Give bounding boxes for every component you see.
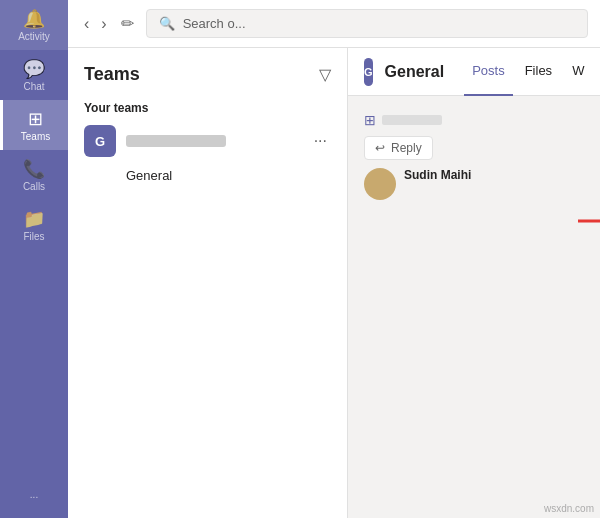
sidebar-item-more[interactable]: ... [0, 479, 68, 508]
top-bar: ‹ › ✏ 🔍 Search o... [68, 0, 600, 48]
teams-panel-title: Teams [84, 64, 140, 85]
your-teams-label: Your teams [68, 93, 347, 119]
message-content: Sudin Maihi [404, 168, 471, 182]
reply-button[interactable]: ↩ Reply [364, 136, 433, 160]
team-list-item[interactable]: G ··· [68, 119, 347, 163]
tab-posts[interactable]: Posts [464, 48, 513, 96]
sidebar-item-teams[interactable]: ⊞ Teams [0, 100, 68, 150]
sidebar-label-activity: Activity [18, 31, 50, 42]
sidebar-item-calls[interactable]: 📞 Calls [0, 150, 68, 200]
message-avatar [364, 168, 396, 200]
sidebar-more-label: ... [30, 489, 38, 500]
channel-avatar: G [364, 58, 373, 86]
message-row: Sudin Maihi [364, 168, 584, 200]
channel-mention-icon: ⊞ [364, 112, 376, 128]
channel-header: G General Posts Files W [348, 48, 600, 96]
teams-panel: Teams ▽ Your teams G ··· General [68, 48, 348, 518]
sidebar-label-files: Files [23, 231, 44, 242]
main-area: ‹ › ✏ 🔍 Search o... Teams ▽ Your teams G… [68, 0, 600, 518]
channel-title: General [385, 63, 445, 81]
team-avatar: G [84, 125, 116, 157]
chat-snippet: ⊞ ↩ Reply Sudin Maihi [348, 96, 600, 216]
team-channel-label: General [126, 168, 172, 183]
team-more-button[interactable]: ··· [310, 128, 331, 154]
search-placeholder: Search o... [183, 16, 246, 31]
search-box[interactable]: 🔍 Search o... [146, 9, 588, 38]
compose-icon[interactable]: ✏ [121, 14, 134, 33]
back-button[interactable]: ‹ [80, 11, 93, 37]
files-icon: 📁 [23, 210, 45, 228]
sidebar-label-teams: Teams [21, 131, 50, 142]
calls-icon: 📞 [23, 160, 45, 178]
teams-header: Teams ▽ [68, 48, 347, 93]
sidebar-item-chat[interactable]: 💬 Chat [0, 50, 68, 100]
sidebar-label-chat: Chat [23, 81, 44, 92]
chat-icon: 💬 [23, 60, 45, 78]
team-channel-item[interactable]: General [68, 163, 347, 188]
reply-icon: ↩ [375, 141, 385, 155]
sidebar-item-activity[interactable]: 🔔 Activity [0, 0, 68, 50]
main-content: G General Posts Files W ⊞ [348, 48, 600, 518]
forward-button[interactable]: › [97, 11, 110, 37]
watermark: wsxdn.com [544, 503, 594, 514]
activity-icon: 🔔 [23, 10, 45, 28]
tab-files[interactable]: Files [517, 48, 560, 96]
sidebar-label-calls: Calls [23, 181, 45, 192]
sidebar-item-files[interactable]: 📁 Files [0, 200, 68, 250]
search-icon: 🔍 [159, 16, 175, 31]
tab-wiki[interactable]: W [564, 48, 592, 96]
channel-mention-row: ⊞ [364, 112, 584, 128]
mention-blur [382, 115, 442, 125]
content-area: Teams ▽ Your teams G ··· General G Gener… [68, 48, 600, 518]
team-name-blurred [126, 135, 226, 147]
teams-icon: ⊞ [28, 110, 43, 128]
nav-arrows: ‹ › [80, 11, 111, 37]
reply-label: Reply [391, 141, 422, 155]
team-name-area [126, 135, 310, 147]
channel-tabs: Posts Files W [464, 48, 592, 96]
message-author: Sudin Maihi [404, 168, 471, 182]
filter-icon[interactable]: ▽ [319, 65, 331, 84]
sidebar: 🔔 Activity 💬 Chat ⊞ Teams 📞 Calls 📁 File… [0, 0, 68, 518]
